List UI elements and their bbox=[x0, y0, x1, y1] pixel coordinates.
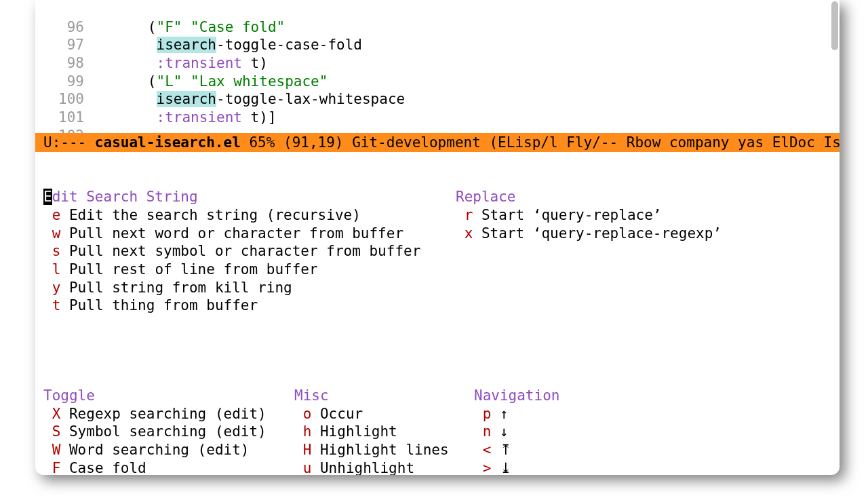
menu-key[interactable]: n bbox=[483, 423, 492, 440]
menu-desc[interactable]: Highlight bbox=[320, 423, 397, 440]
section-heading-toggle: Toggle bbox=[43, 387, 95, 404]
menu-desc[interactable]: Pull rest of line from buffer bbox=[69, 261, 318, 277]
menu-key[interactable]: w bbox=[52, 225, 61, 242]
menu-key[interactable]: p bbox=[483, 406, 492, 422]
menu-key[interactable]: x bbox=[465, 225, 473, 242]
keyword: :transient bbox=[157, 109, 242, 126]
menu-desc[interactable]: Edit the search string (recursive) bbox=[69, 207, 361, 223]
modeline[interactable]: U:--- casual-isearch.el 65% (91,19) Git-… bbox=[35, 133, 840, 152]
line-number: 100 bbox=[35, 90, 96, 109]
menu-desc[interactable]: Symbol searching (edit) bbox=[69, 423, 267, 440]
menu-key[interactable]: t bbox=[52, 297, 61, 313]
menu-desc[interactable]: Start ‘query-replace’ bbox=[481, 207, 662, 223]
line-number: 101 bbox=[35, 109, 96, 127]
modeline-percent: 65% bbox=[241, 134, 283, 151]
menu-desc[interactable]: Word searching (edit) bbox=[69, 442, 250, 458]
menu-key[interactable]: S bbox=[52, 423, 61, 440]
menu-desc[interactable]: Pull next symbol or character from buffe… bbox=[69, 243, 420, 259]
menu-desc[interactable]: Highlight lines bbox=[320, 442, 449, 458]
modeline-modes: Git-development (ELisp/l Fly/-- Rbow com… bbox=[344, 134, 840, 151]
down-arrow-icon[interactable]: ↓ bbox=[500, 423, 509, 440]
cursor: E bbox=[43, 189, 52, 205]
line-number: 99 bbox=[35, 73, 96, 91]
section-heading-misc: Misc bbox=[294, 387, 329, 404]
up-bar-arrow-icon[interactable]: ⤒ bbox=[500, 442, 512, 458]
menu-key[interactable]: W bbox=[52, 442, 61, 458]
line-number: 97 bbox=[35, 36, 96, 54]
string-literal: "F" bbox=[157, 19, 182, 35]
string-literal: "Lax whitespace" bbox=[191, 73, 328, 90]
search-match: isearch bbox=[157, 37, 217, 53]
menu-desc[interactable]: Pull next word or character from buffer bbox=[69, 225, 403, 242]
menu-key[interactable]: X bbox=[52, 406, 61, 422]
keyword: :transient bbox=[157, 55, 242, 71]
menu-key[interactable]: F bbox=[52, 460, 61, 476]
menu-key[interactable]: H bbox=[303, 442, 312, 458]
line-number: 96 bbox=[35, 18, 96, 37]
line-number: 102 bbox=[35, 127, 96, 133]
menu-key[interactable]: h bbox=[303, 423, 312, 440]
menu-desc[interactable]: Pull thing from buffer bbox=[69, 297, 258, 313]
transient-menu: Edit Search String e Edit the search str… bbox=[35, 152, 840, 475]
menu-key[interactable]: y bbox=[52, 280, 61, 296]
menu-desc[interactable]: Pull string from kill ring bbox=[69, 280, 292, 296]
string-literal: "Case fold" bbox=[191, 19, 285, 35]
menu-desc[interactable]: Start ‘query-replace-regexp’ bbox=[481, 225, 722, 242]
section-heading-replace: Replace bbox=[456, 189, 516, 205]
scrollbar[interactable] bbox=[831, 1, 838, 50]
menu-desc[interactable]: Regexp searching (edit) bbox=[69, 406, 267, 422]
menu-desc[interactable]: Case fold bbox=[69, 460, 146, 476]
menu-key[interactable]: r bbox=[465, 207, 473, 223]
modeline-position: (91,19) bbox=[283, 134, 344, 151]
section-heading-nav: Navigation bbox=[474, 387, 559, 404]
up-arrow-icon[interactable]: ↑ bbox=[500, 406, 509, 422]
string-literal: "L" bbox=[157, 73, 182, 90]
menu-desc[interactable]: Unhighlight bbox=[320, 460, 414, 476]
line-number: 98 bbox=[35, 54, 96, 73]
menu-key[interactable]: l bbox=[52, 261, 61, 277]
menu-desc[interactable]: Occur bbox=[320, 406, 363, 422]
search-match: isearch bbox=[157, 91, 217, 107]
editor-window: 96 ("F" "Case fold" 97 isearch-toggle-ca… bbox=[35, 0, 840, 475]
menu-key[interactable]: s bbox=[52, 243, 61, 259]
menu-key[interactable]: u bbox=[303, 460, 312, 476]
buffer-name: casual-isearch.el bbox=[95, 134, 241, 151]
menu-key[interactable]: o bbox=[303, 406, 312, 422]
section-heading-edit: Edit Search String bbox=[43, 189, 198, 205]
code-buffer[interactable]: 96 ("F" "Case fold" 97 isearch-toggle-ca… bbox=[35, 0, 840, 133]
menu-key[interactable]: e bbox=[52, 207, 61, 223]
modeline-status: U:--- bbox=[43, 134, 95, 151]
down-bar-arrow-icon[interactable]: ⤓ bbox=[500, 460, 512, 476]
menu-key[interactable]: > bbox=[483, 460, 492, 476]
menu-key[interactable]: < bbox=[483, 442, 492, 458]
